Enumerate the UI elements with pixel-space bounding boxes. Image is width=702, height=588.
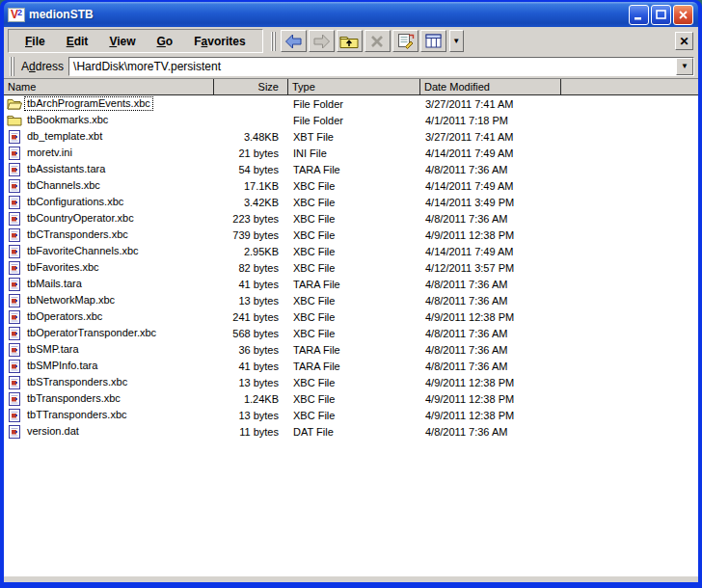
toolbar-close-button[interactable]: ✕ — [675, 32, 693, 50]
file-name-cell: tbFavorites.xbc — [4, 259, 214, 276]
file-row[interactable]: tbOperatorTransponder.xbc568 bytesXBC Fi… — [4, 325, 698, 341]
column-header-type[interactable]: Type — [288, 79, 420, 94]
file-name: tbConfigurations.xbc — [25, 196, 125, 208]
menu-item-file[interactable]: File — [14, 33, 56, 50]
toolbar-close-icon: ✕ — [679, 35, 688, 48]
views-dropdown-button[interactable]: ▼ — [449, 30, 464, 52]
column-header-label: Date Modified — [424, 81, 490, 93]
minimize-icon — [634, 10, 644, 20]
file-date-modified: 4/9/2011 12:38 PM — [420, 227, 561, 243]
file-name-cell: tbAssistants.tara — [4, 161, 214, 177]
file-size: 36 bytes — [214, 341, 288, 358]
file-date-modified: 4/8/2011 7:36 AM — [420, 423, 561, 440]
column-header-extra[interactable] — [561, 79, 698, 94]
file-type: XBC File — [288, 325, 420, 341]
file-row[interactable]: tbSTransponders.xbc13 bytesXBC File4/9/2… — [4, 374, 698, 390]
minimize-button[interactable] — [629, 5, 649, 25]
title-bar[interactable]: V 2 medionSTB — [4, 2, 698, 27]
address-gripper[interactable] — [10, 57, 17, 76]
status-strip — [4, 575, 698, 582]
views-button[interactable] — [420, 30, 446, 52]
file-row[interactable]: tbTransponders.xbc1.24KBXBC File4/9/2011… — [4, 390, 698, 407]
delete-button[interactable] — [364, 30, 391, 52]
menu-item-view[interactable]: View — [98, 33, 146, 50]
file-size: 54 bytes — [214, 161, 288, 177]
file-name: tbTTransponders.xbc — [25, 409, 129, 421]
file-row[interactable]: tbFavorites.xbc82 bytesXBC File4/12/2011… — [4, 259, 698, 276]
file-row[interactable]: tbCTransponders.xbc739 bytesXBC File4/9/… — [4, 227, 698, 243]
toolbar-gripper[interactable] — [271, 32, 279, 51]
forward-button[interactable] — [309, 30, 335, 52]
file-size: 17.1KB — [214, 177, 288, 194]
file-date-modified: 4/12/2011 3:57 PM — [420, 259, 561, 276]
address-dropdown-button[interactable]: ▼ — [676, 58, 693, 75]
file-type: File Folder — [288, 95, 420, 112]
file-size: 568 bytes — [214, 325, 288, 341]
column-header-name[interactable]: Name — [4, 79, 214, 94]
file-name-cell: tbOperators.xbc — [4, 308, 214, 325]
file-row[interactable]: tbChannels.xbc17.1KBXBC File4/14/2011 7:… — [4, 177, 698, 194]
file-date-modified: 4/14/2011 7:49 AM — [420, 243, 561, 259]
close-icon — [678, 10, 688, 20]
file-row[interactable]: tbBookmarks.xbcFile Folder4/1/2011 7:18 … — [4, 112, 698, 128]
file-row[interactable]: tbOperators.xbc241 bytesXBC File4/9/2011… — [4, 308, 698, 325]
file-icon — [7, 310, 22, 324]
file-row[interactable]: tbNetworkMap.xbc13 bytesXBC File4/8/2011… — [4, 292, 698, 308]
file-name-cell: tbConfigurations.xbc — [4, 194, 214, 210]
file-icon — [7, 147, 22, 160]
address-input[interactable]: \HardDisk\moreTV.persistent — [69, 60, 676, 73]
file-name-cell: tbChannels.xbc — [4, 177, 214, 194]
file-date-modified: 4/8/2011 7:36 AM — [420, 292, 561, 308]
file-type: XBC File — [288, 177, 420, 194]
maximize-button[interactable] — [651, 5, 671, 25]
file-row[interactable]: tbCountryOperator.xbc223 bytesXBC File4/… — [4, 210, 698, 227]
file-size: 82 bytes — [214, 259, 288, 276]
file-name-cell: tbSMPInfo.tara — [4, 358, 214, 374]
file-name: tbFavorites.xbc — [25, 261, 101, 274]
file-date-modified: 4/8/2011 7:36 AM — [420, 325, 561, 341]
file-name: tbBookmarks.xbc — [25, 114, 110, 126]
file-name-cell: tbOperatorTransponder.xbc — [4, 325, 214, 341]
file-name: tbFavoriteChannels.xbc — [25, 245, 141, 257]
file-row[interactable]: tbMails.tara41 bytesTARA File4/8/2011 7:… — [4, 276, 698, 292]
up-one-level-button[interactable] — [337, 30, 363, 52]
file-size: 3.48KB — [214, 128, 288, 145]
file-row[interactable]: db_template.xbt3.48KBXBT File3/27/2011 7… — [4, 128, 698, 145]
close-button[interactable] — [673, 5, 693, 25]
file-row[interactable]: tbTTransponders.xbc13 bytesXBC File4/9/2… — [4, 407, 698, 423]
file-row[interactable]: tbConfigurations.xbc3.42KBXBC File4/14/2… — [4, 194, 698, 210]
menu-item-go[interactable]: Go — [147, 33, 184, 50]
file-type: XBC File — [288, 374, 420, 390]
file-row[interactable]: tbFavoriteChannels.xbc2.95KBXBC File4/14… — [4, 243, 698, 259]
file-row[interactable]: tbSMPInfo.tara41 bytesTARA File4/8/2011 … — [4, 358, 698, 374]
column-header-modified[interactable]: Date Modified — [420, 79, 561, 94]
file-name: tbOperatorTransponder.xbc — [25, 327, 158, 339]
menu-item-edit[interactable]: Edit — [56, 33, 99, 50]
file-icon — [7, 179, 22, 193]
file-row[interactable]: tbAssistants.tara54 bytesTARA File4/8/20… — [4, 161, 698, 177]
window-controls — [629, 5, 693, 25]
menu-item-favorites[interactable]: Favorites — [183, 33, 256, 50]
file-row[interactable]: version.dat11 bytesDAT File4/8/2011 7:36… — [4, 423, 698, 440]
maximize-icon — [656, 10, 666, 20]
properties-button[interactable] — [392, 30, 418, 52]
file-date-modified: 4/9/2011 12:38 PM — [420, 374, 561, 390]
file-date-modified: 4/8/2011 7:36 AM — [420, 210, 561, 227]
column-header-size[interactable]: Size — [214, 79, 288, 94]
address-bar[interactable]: \HardDisk\moreTV.persistent ▼ — [68, 57, 694, 76]
file-row[interactable]: tbArchProgramEvents.xbcFile Folder3/27/2… — [4, 95, 698, 112]
file-size — [214, 112, 288, 128]
file-row[interactable]: tbSMP.tara36 bytesTARA File4/8/2011 7:36… — [4, 341, 698, 358]
file-name: db_template.xbt — [25, 130, 104, 143]
back-button[interactable] — [281, 30, 307, 52]
file-date-modified: 4/14/2011 7:49 AM — [420, 145, 561, 161]
file-row[interactable]: moretv.ini21 bytesINI File4/14/2011 7:49… — [4, 145, 698, 161]
folder-open-icon — [7, 97, 22, 111]
file-icon — [7, 425, 22, 439]
file-name-cell: tbMails.tara — [4, 276, 214, 292]
file-icon — [7, 343, 22, 357]
file-name: tbNetworkMap.xbc — [25, 294, 117, 307]
file-size: 21 bytes — [214, 145, 288, 161]
file-size: 2.95KB — [214, 243, 288, 259]
column-header-label: Type — [292, 81, 315, 93]
